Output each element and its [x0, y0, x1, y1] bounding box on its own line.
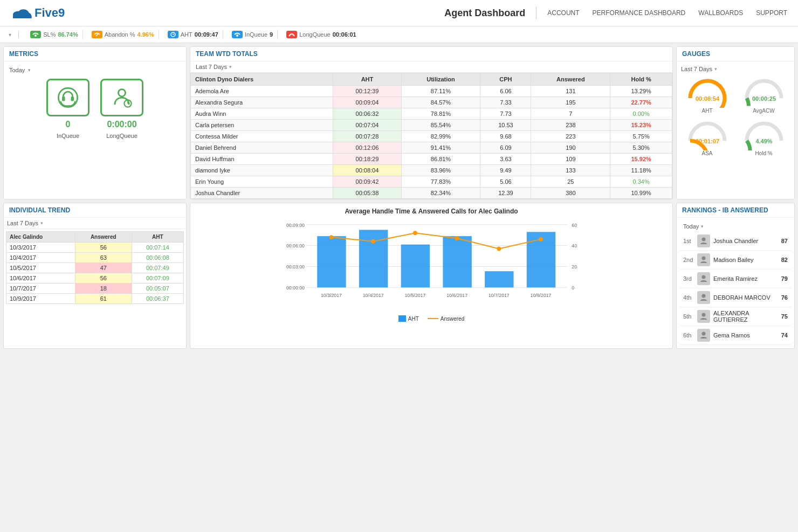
rankings-title: RANKINGS - IB ANSWERED [682, 206, 768, 214]
gauge-item: 00:00:25 AvgACW [738, 75, 790, 114]
table-row: 78.81% [401, 108, 480, 120]
table-row: 00:12:06 [333, 142, 401, 154]
metrics-header: METRICS [4, 47, 186, 61]
list-item: 2nd Madison Bailey 82 [680, 251, 791, 270]
list-item: 00:05:07 [132, 284, 183, 294]
metric-inqueue: 0 InQueue [46, 79, 90, 139]
svg-point-43 [497, 247, 501, 251]
legend-answered: Answered [428, 316, 464, 322]
team-title: TEAM WTD TOTALS [196, 50, 258, 58]
nav-support[interactable]: SUPPORT [756, 9, 787, 17]
svg-rect-37 [485, 271, 513, 287]
trend-table-wrap: Alec Galindo Answered AHT 10/3/2017 56 0… [4, 229, 186, 306]
list-item: 00:07:09 [132, 273, 183, 284]
svg-rect-34 [359, 230, 388, 287]
svg-rect-12 [71, 96, 74, 101]
team-period-dropdown[interactable]: Last 7 Days ▾ [190, 61, 672, 73]
rank-number: 5th [683, 313, 694, 320]
table-row: Daniel Behrend [191, 142, 333, 154]
aht-value: 00:09:47 [195, 31, 218, 38]
rank-score: 79 [781, 275, 788, 282]
col-name: Clinton Dyno Dialers [191, 73, 333, 86]
main-nav: ACCOUNT PERFORMANCE DASHBOARD WALLBOARDS… [547, 9, 787, 17]
chart-svg: 00:09:00 00:06:00 00:03:00 00:00:00 60 4… [195, 219, 668, 311]
svg-point-39 [329, 235, 334, 239]
inqueue-value: 9 [270, 31, 273, 38]
table-row: Contessa Milder [191, 131, 333, 142]
trend-col-agent: Alec Galindo [6, 232, 75, 243]
metrics-period-dropdown[interactable]: ▾ [28, 67, 31, 73]
list-item: 00:07:14 [132, 243, 183, 253]
trend-period-label: Last 7 Days [7, 220, 38, 226]
svg-text:0: 0 [572, 285, 574, 291]
table-row: diamond lyke [191, 165, 333, 176]
list-item: 10/9/2017 [6, 294, 75, 304]
list-item: 00:06:08 [132, 253, 183, 263]
table-row: 00:09:42 [333, 176, 401, 188]
avatar [697, 310, 710, 323]
nav-wallboards[interactable]: WALLBOARDS [698, 9, 743, 17]
table-row: 25 [531, 176, 610, 188]
longqueue-icon [286, 31, 297, 38]
rankings-list: 1st Joshua Chandler 87 2nd Madison Baile… [680, 232, 791, 345]
list-item: 6th Gema Ramos 74 [680, 326, 791, 345]
gauges-period-arrow[interactable]: ▾ [714, 66, 717, 72]
svg-point-41 [413, 231, 417, 235]
svg-point-9 [236, 34, 238, 37]
svg-rect-11 [62, 96, 65, 101]
app-header: Five9 Agent Dashboard ACCOUNT PERFORMANC… [0, 0, 798, 26]
svg-rect-33 [317, 236, 346, 287]
gauges-content: Last 7 Days ▾ 00:08:54 AHT 00:00:25 AvgA… [677, 61, 794, 161]
inqueue-label: InQueue [245, 31, 267, 38]
aht-icon [168, 31, 178, 38]
svg-point-52 [702, 257, 706, 260]
avatar [697, 272, 710, 285]
svg-text:60: 60 [572, 223, 577, 228]
trend-period-arrow[interactable]: ▾ [40, 220, 43, 226]
nav-performance[interactable]: PERFORMANCE DASHBOARD [593, 9, 686, 17]
longqueue-value: 00:06:01 [333, 31, 356, 38]
table-row: 380 [531, 188, 610, 199]
rankings-period-row: Today ▾ [680, 221, 791, 232]
table-row: 22.77% [610, 97, 672, 108]
nav-account[interactable]: ACCOUNT [547, 9, 579, 17]
avatar [697, 291, 710, 304]
gauges-header: GAUGES [677, 47, 794, 61]
rank-number: 2nd [683, 257, 694, 263]
col-hold: Hold % [610, 73, 672, 86]
status-sl: SL% 86.74% [26, 30, 83, 39]
gauges-panel: GAUGES Last 7 Days ▾ 00:08:54 AHT 00:00:… [676, 46, 795, 199]
svg-point-13 [118, 89, 125, 96]
legend-aht-box [398, 315, 406, 322]
table-row: 5.75% [610, 131, 672, 142]
rank-name: Madison Bailey [713, 257, 778, 263]
svg-text:10/3/2017: 10/3/2017 [321, 293, 342, 298]
list-item: 63 [75, 253, 132, 263]
legend-answered-label: Answered [441, 316, 464, 322]
svg-point-54 [702, 294, 706, 298]
legend-answered-line [428, 318, 438, 319]
legend-aht: AHT [398, 315, 419, 322]
gauge-label: AvgACW [753, 108, 774, 114]
abandon-value: 4.96% [137, 31, 154, 38]
table-row: 86.81% [401, 154, 480, 165]
svg-text:10/9/2017: 10/9/2017 [531, 293, 552, 298]
table-row: Erin Young [191, 176, 333, 188]
gauge-svg: 4.49% [740, 118, 788, 150]
aht-label: AHT [181, 31, 192, 38]
status-collapse-icon[interactable]: ▾ [9, 32, 11, 38]
list-item: 56 [75, 243, 132, 253]
logo: Five9 [11, 5, 65, 20]
table-row: 00:08:04 [333, 165, 401, 176]
rankings-period-arrow[interactable]: ▾ [701, 224, 704, 229]
rank-number: 1st [683, 238, 694, 244]
gauge-item: 00:01:07 ASA [681, 118, 733, 156]
table-row: 00:12:39 [333, 86, 401, 97]
table-row: Alexandra Segura [191, 97, 333, 108]
table-row: 84.57% [401, 97, 480, 108]
svg-point-55 [702, 313, 706, 317]
svg-point-56 [702, 332, 706, 336]
team-table: Clinton Dyno Dialers AHT Utilization CPH… [190, 73, 672, 199]
metrics-panel: METRICS Today ▾ [3, 46, 187, 199]
table-row: 15.92% [610, 154, 672, 165]
